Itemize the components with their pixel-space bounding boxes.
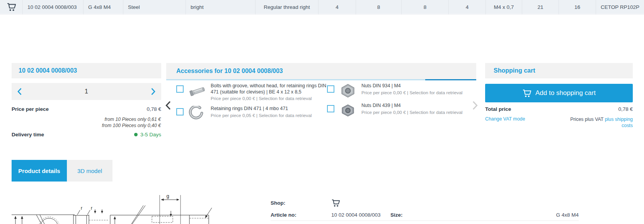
carousel-scroll-indicator — [166, 79, 476, 80]
cell-d2: M4 x 0,7 — [486, 0, 522, 14]
carousel-prev-button[interactable] — [165, 100, 173, 111]
delivery-time: 3-5 Days — [134, 132, 161, 137]
quantity-value[interactable]: 1 — [85, 88, 88, 95]
accessory-title[interactable]: Nuts DIN 934 | M4 — [361, 83, 476, 89]
shop-label: Shop: — [271, 200, 331, 206]
detail-row-article-size: Article no: 10 02 0004 0008/003 Size: G … — [271, 209, 579, 221]
dimension-label-r: r — [81, 205, 82, 211]
add-to-cart-button[interactable]: Add to shopping cart — [485, 84, 633, 102]
shipping-costs-link[interactable]: plus shipping costs — [605, 117, 633, 128]
cell-material-group: Steel — [123, 0, 186, 14]
accessory-item-nuts-din439: Nuts DIN 439 | M4 Price per piece 0,00 €… — [327, 103, 476, 118]
vat-note: Prices plus VAT plus shipping costs — [559, 116, 633, 129]
accessory-price-line: Price per piece 0,00 € | Selection for d… — [211, 96, 327, 102]
cell-g: 8 — [356, 0, 401, 14]
quantity-decrease-button[interactable] — [17, 87, 26, 97]
retaining-ring-image — [187, 106, 207, 121]
price-tier-10: from 10 Pieces only 0,61 € — [104, 117, 161, 122]
cart-icon — [522, 89, 531, 97]
accessory-item-retaining-rings: Retaining rings DIN 471 | 4 mbo 471 Pric… — [176, 106, 327, 121]
tab-3d-model[interactable]: 3D model — [67, 160, 112, 182]
total-price-label: Total price — [485, 106, 511, 112]
shopping-cart-panel: Shopping cart Add to shopping cart Total… — [485, 63, 633, 140]
delivery-time-row: Delivery time 3-5 Days — [12, 132, 161, 137]
quantity-stepper: 1 — [12, 83, 161, 100]
article-table-row[interactable]: 10 02 0004 0008/003 G 4x8 M4 Steel brigh… — [0, 0, 644, 14]
accessory-text: Bolts with groove, without head, for ret… — [211, 83, 327, 102]
accessory-title[interactable]: Bolts with groove, without head, for ret… — [211, 83, 327, 95]
hex-nut-image — [338, 83, 358, 98]
shopping-cart-title: Shopping cart — [485, 67, 535, 74]
cart-icon — [331, 199, 340, 207]
total-price-value: 0,78 € — [618, 106, 633, 112]
dimension-label-r: r — [91, 205, 92, 211]
quantity-increase-button[interactable] — [147, 87, 155, 97]
product-panel: 10 02 0004 0008/003 1 Price per piece 0,… — [12, 63, 161, 144]
shop-cart-icon[interactable] — [331, 199, 390, 207]
add-to-cart-label: Add to shopping cart — [535, 89, 596, 97]
cart-icon — [7, 3, 16, 11]
delivery-time-value: 3-5 Days — [140, 132, 161, 137]
accessory-checkbox[interactable] — [176, 108, 184, 115]
accessory-price-line: Price per piece 0,05 € | Selection for d… — [211, 113, 327, 119]
product-details-section: Shop: Article no: 10 02 0004 0008/003 Si… — [271, 197, 579, 221]
accessory-text: Nuts DIN 934 | M4 Price per piece 0,00 €… — [361, 83, 476, 96]
price-per-piece-value: 0,78 € — [147, 106, 161, 112]
total-price-row: Total price 0,78 € — [485, 106, 633, 112]
tab-product-details[interactable]: Product details — [12, 160, 67, 182]
cell-size: G 4x8 M4 — [83, 0, 123, 14]
accessory-checkbox[interactable] — [327, 85, 334, 93]
size-label: Size: — [390, 212, 448, 218]
cell-l2: 16 — [559, 0, 596, 14]
accessories-panel-header: Accessories for 10 02 0004 0008/003 — [166, 63, 476, 79]
accessory-title[interactable]: Retaining rings DIN 471 | 4 mbo 471 — [211, 106, 327, 112]
product-page: Shop Article no Size Material group Surf… — [0, 0, 644, 224]
dimension-label-g: g — [166, 193, 169, 199]
technical-drawing: r r g — [12, 182, 259, 224]
accessory-checkbox[interactable] — [327, 105, 334, 112]
accessory-checkbox[interactable] — [176, 85, 184, 93]
article-no-label: Article no: — [271, 212, 331, 218]
cell-a1-h11: 8 — [401, 0, 448, 14]
change-vat-mode-link[interactable]: Change VAT mode — [485, 116, 525, 122]
cell-b2: 4 — [448, 0, 486, 14]
accessories-list: Bolts with groove, without head, for ret… — [176, 83, 476, 121]
accessory-text: Retaining rings DIN 471 | 4 mbo 471 Pric… — [211, 106, 327, 119]
cell-l1: 21 — [522, 0, 559, 14]
accessory-item-bolts: Bolts with groove, without head, for ret… — [176, 83, 327, 102]
price-per-piece-label: Price per piece — [12, 106, 49, 112]
cell-thread-version: Regular thread right — [255, 0, 318, 14]
vat-note-text: Prices plus VAT — [570, 117, 603, 122]
accessory-item-nuts-din934: Nuts DIN 934 | M4 Price per piece 0,00 €… — [327, 83, 476, 98]
size-value: G 4x8 M4 — [448, 212, 579, 218]
accessory-text: Nuts DIN 439 | M4 Price per piece 0,00 €… — [361, 103, 476, 115]
price-tier-100: from 100 Pieces only 0,40 € — [102, 123, 161, 128]
detail-tabs: Product details 3D model — [12, 160, 112, 182]
product-article-title: 10 02 0004 0008/003 — [12, 67, 77, 74]
cell-surface: bright — [186, 0, 255, 14]
delivery-status-dot-icon — [134, 133, 138, 136]
product-panel-header: 10 02 0004 0008/003 — [12, 63, 161, 78]
carousel-scroll-thumb[interactable] — [425, 79, 476, 80]
article-no-value: 10 02 0004 0008/003 — [331, 212, 390, 218]
accessory-price-line: Price per piece 0,00 € | Selection for d… — [361, 110, 476, 115]
cell-cetop: CETOP RP102P — [596, 0, 644, 14]
shopping-cart-header: Shopping cart — [485, 63, 633, 78]
cell-article-no[interactable]: 10 02 0004 0008/003 — [22, 0, 83, 14]
detail-row-shop: Shop: — [271, 197, 579, 209]
accessories-panel: Accessories for 10 02 0004 0008/003 — [166, 63, 476, 140]
vat-row: Change VAT mode Prices plus VAT plus shi… — [485, 116, 633, 129]
row-cart-button[interactable] — [0, 0, 22, 14]
bolt-image — [187, 83, 207, 98]
accessory-price-line: Price per piece 0,00 € | Selection for d… — [361, 90, 476, 96]
hex-nut-image — [338, 103, 358, 118]
cell-d1: 4 — [318, 0, 356, 14]
delivery-time-label: Delivery time — [12, 132, 44, 137]
accessory-title[interactable]: Nuts DIN 439 | M4 — [361, 103, 476, 109]
accessories-title: Accessories for 10 02 0004 0008/003 — [166, 68, 283, 75]
price-per-piece-row: Price per piece 0,78 € — [12, 106, 161, 112]
